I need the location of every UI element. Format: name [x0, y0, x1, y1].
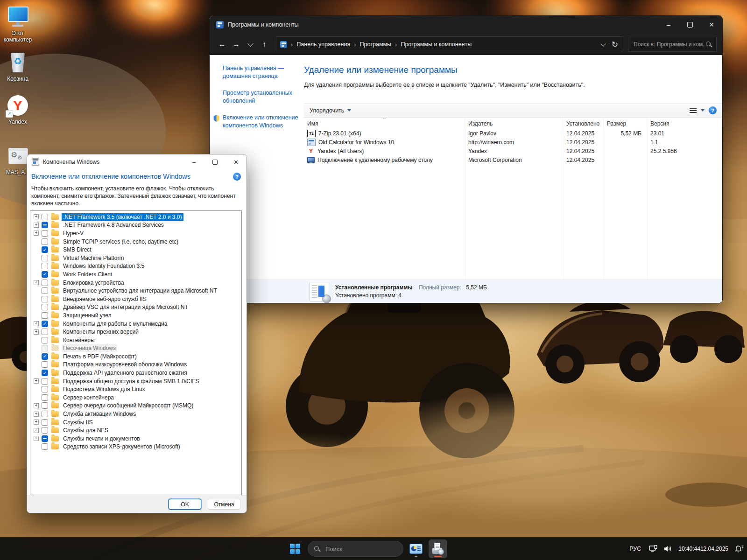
- start-button[interactable]: [286, 539, 304, 558]
- back-button[interactable]: ←: [215, 37, 229, 51]
- feature-row[interactable]: +Служба активации Windows: [30, 410, 241, 418]
- feature-row[interactable]: Песочница Windows: [30, 344, 241, 353]
- checkbox-checked[interactable]: ✓: [42, 246, 48, 253]
- volume-icon[interactable]: [664, 545, 672, 553]
- checkbox-unchecked[interactable]: [42, 443, 48, 450]
- clock[interactable]: 10:40:44 12.04.2025: [678, 546, 728, 553]
- feature-row[interactable]: Защищенный узел: [30, 311, 241, 320]
- explorer-search-box[interactable]: [628, 37, 717, 52]
- expander-plus-icon[interactable]: +: [34, 321, 39, 326]
- desktop-icon-computer[interactable]: Этот компьютер: [0, 6, 35, 43]
- taskbar-app-programs-features[interactable]: [429, 539, 447, 558]
- feature-row[interactable]: +Hyper-V: [30, 229, 241, 238]
- organize-button[interactable]: Упорядочить: [310, 107, 351, 114]
- features-help-button[interactable]: ?: [233, 173, 241, 181]
- cancel-button[interactable]: Отмена: [208, 499, 240, 510]
- feature-row[interactable]: +.NET Framework 3.5 (включает .NET 2.0 и…: [30, 213, 241, 221]
- dialog-maximize-button[interactable]: [204, 154, 226, 169]
- language-indicator[interactable]: РУС: [627, 544, 643, 554]
- features-dialog-titlebar[interactable]: Компоненты Windows – ✕: [27, 154, 247, 169]
- programs-window-titlebar[interactable]: Программы и компоненты – ✕: [210, 16, 722, 34]
- breadcrumb-item[interactable]: Программы: [360, 41, 392, 48]
- checkbox-unchecked[interactable]: [42, 238, 48, 245]
- expander-plus-icon[interactable]: +: [34, 329, 39, 335]
- notification-bell-icon[interactable]: z: [734, 545, 742, 553]
- taskbar-search-input[interactable]: [324, 545, 397, 553]
- feature-row[interactable]: ✓Печать в PDF (Майкрософт): [30, 352, 241, 361]
- checkbox-unchecked[interactable]: [42, 419, 48, 426]
- change-view-button[interactable]: [690, 108, 697, 113]
- expander-plus-icon[interactable]: +: [34, 280, 39, 285]
- sidebar-link[interactable]: Включение или отключение компонентов Win…: [223, 114, 301, 130]
- feature-row[interactable]: +Службы для NFS: [30, 426, 241, 434]
- recent-pages-button[interactable]: [243, 37, 257, 51]
- feature-row[interactable]: Simple TCPIP services (i.e. echo, daytim…: [30, 238, 241, 246]
- checkbox-unchecked[interactable]: [42, 394, 48, 401]
- checkbox-unchecked[interactable]: [42, 345, 48, 351]
- checkbox-unchecked[interactable]: [42, 337, 48, 343]
- feature-row[interactable]: +Компоненты прежних версий: [30, 328, 241, 336]
- feature-row[interactable]: +.NET Framework 4.8 Advanced Services: [30, 221, 241, 230]
- feature-row[interactable]: Подсистема Windows для Linux: [30, 385, 241, 393]
- feature-row[interactable]: Средство записи XPS-документов (Microsof…: [30, 443, 241, 451]
- feature-row[interactable]: ✓Work Folders Client: [30, 270, 241, 279]
- dialog-minimize-button[interactable]: –: [183, 154, 204, 169]
- checkbox-unchecked[interactable]: [42, 255, 48, 261]
- feature-row[interactable]: Драйвер VSC для интеграции ядра Microsof…: [30, 303, 241, 312]
- sidebar-link[interactable]: Панель управления — домашняя страница: [223, 64, 301, 80]
- checkbox-unchecked[interactable]: [42, 214, 48, 220]
- expander-plus-icon[interactable]: +: [34, 420, 39, 425]
- taskbar-search[interactable]: [308, 541, 403, 557]
- feature-row[interactable]: +Поддержка общего доступа к файлам SMB 1…: [30, 377, 241, 385]
- feature-row[interactable]: Контейнеры: [30, 336, 241, 344]
- expander-plus-icon[interactable]: +: [34, 403, 39, 408]
- checkbox-unchecked[interactable]: [42, 386, 48, 392]
- program-row[interactable]: YYandex (All Users)Yandex12.04.202525.2.…: [304, 147, 722, 155]
- address-bar[interactable]: ›Панель управления›Программы›Программы и…: [276, 36, 623, 52]
- expander-plus-icon[interactable]: +: [34, 214, 39, 219]
- checkbox-unchecked[interactable]: [42, 411, 48, 417]
- feature-row[interactable]: ✓Поддержка API удаленного разностного сж…: [30, 369, 241, 377]
- checkbox-unchecked[interactable]: [42, 378, 48, 385]
- checkbox-partial[interactable]: [42, 435, 48, 442]
- program-row[interactable]: Old Calculator for Windows 10http://wina…: [304, 138, 722, 147]
- feature-row[interactable]: +Блокировка устройства: [30, 279, 241, 287]
- checkbox-partial[interactable]: [42, 222, 48, 228]
- desktop-icon-yandex[interactable]: Y↗Yandex: [0, 94, 35, 125]
- up-button[interactable]: ↑: [257, 37, 271, 51]
- close-button[interactable]: ✕: [701, 16, 722, 34]
- feature-row[interactable]: Virtual Machine Platform: [30, 254, 241, 262]
- checkbox-unchecked[interactable]: [42, 230, 48, 237]
- desktop-icon-recycle[interactable]: ♻Корзина: [0, 51, 35, 82]
- feature-row[interactable]: Виртуальное устройство для интеграции яд…: [30, 287, 241, 295]
- checkbox-unchecked[interactable]: [42, 263, 48, 269]
- explorer-search-input[interactable]: [633, 41, 706, 48]
- column-header-2[interactable]: Установлено: [563, 118, 604, 128]
- column-header-1[interactable]: Издатель: [465, 118, 563, 128]
- checkbox-unchecked[interactable]: [42, 361, 48, 368]
- feature-row[interactable]: Внедряемое веб-ядро служб IIS: [30, 295, 241, 303]
- sidebar-link[interactable]: Просмотр установленных обновлений: [223, 89, 301, 105]
- checkbox-unchecked[interactable]: [42, 402, 48, 409]
- expander-plus-icon[interactable]: +: [34, 428, 39, 433]
- checkbox-unchecked[interactable]: [42, 329, 48, 335]
- expander-plus-icon[interactable]: +: [34, 436, 39, 441]
- checkbox-checked[interactable]: ✓: [42, 321, 48, 327]
- breadcrumb-item[interactable]: Программы и компоненты: [401, 41, 472, 48]
- feature-row[interactable]: Сервер контейнера: [30, 393, 241, 402]
- taskbar-app-task-manager[interactable]: [407, 539, 425, 558]
- address-dropdown-icon[interactable]: [600, 41, 606, 46]
- checkbox-unchecked[interactable]: [42, 287, 48, 294]
- feature-row[interactable]: +Службы IIS: [30, 418, 241, 427]
- view-caret-icon[interactable]: [701, 109, 705, 112]
- minimize-button[interactable]: –: [658, 16, 679, 34]
- checkbox-unchecked[interactable]: [42, 280, 48, 286]
- maximize-button[interactable]: [679, 16, 701, 34]
- checkbox-checked[interactable]: ✓: [42, 271, 48, 278]
- breadcrumb-item[interactable]: Панель управления: [296, 41, 350, 48]
- ok-button[interactable]: OK: [169, 499, 201, 510]
- forward-button[interactable]: →: [229, 37, 243, 51]
- feature-row[interactable]: ✓SMB Direct: [30, 245, 241, 254]
- column-header-3[interactable]: Размер: [604, 118, 647, 128]
- expander-plus-icon[interactable]: +: [34, 231, 39, 236]
